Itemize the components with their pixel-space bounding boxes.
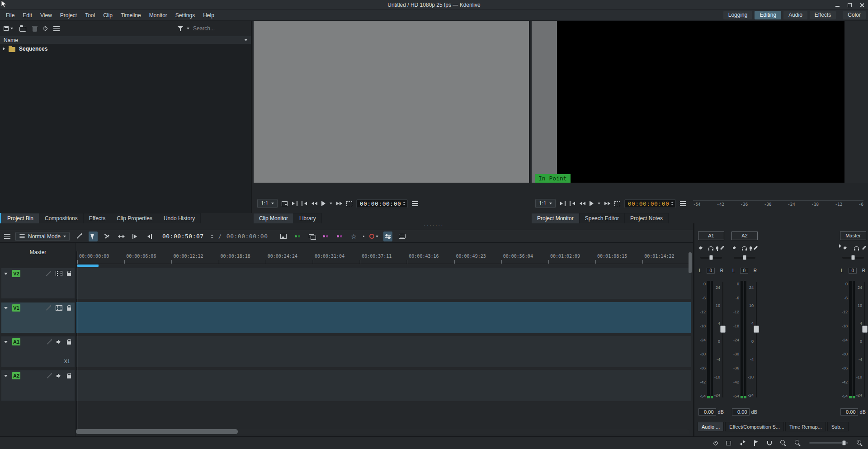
swap-icon[interactable] [740, 440, 745, 445]
expander-icon[interactable] [3, 47, 5, 51]
zone-in-icon[interactable] [560, 201, 566, 206]
tab-project-monitor[interactable]: Project Monitor [532, 213, 580, 223]
fader-handle[interactable] [862, 326, 868, 333]
menu-settings[interactable]: Settings [171, 10, 199, 21]
lock-icon[interactable] [67, 307, 71, 311]
timeline-vertical-scrollbar[interactable] [689, 252, 692, 273]
workspace-tab-effects[interactable]: Effects [810, 11, 836, 19]
effects-icon[interactable] [754, 246, 758, 250]
tag-icon[interactable] [713, 440, 718, 445]
zoom-slider[interactable] [809, 442, 848, 444]
track-name-badge[interactable]: A1 [12, 338, 20, 345]
forward-button[interactable] [336, 202, 342, 205]
extract-zone-button[interactable] [145, 232, 154, 241]
clip-timecode[interactable]: 00:00:00:00 [356, 199, 408, 208]
monitor-menu-icon[interactable] [412, 201, 418, 206]
track-header-v2[interactable]: V2 [1, 268, 75, 299]
chevron-down-icon[interactable] [4, 375, 8, 377]
play-options-icon[interactable] [598, 203, 600, 204]
timecode-spinner[interactable] [671, 202, 674, 205]
menu-project[interactable]: Project [56, 10, 81, 21]
pan-value[interactable]: 0 [740, 268, 748, 274]
zone-in-icon[interactable] [292, 201, 297, 206]
project-zoom-combo[interactable]: 1:1 [535, 199, 556, 208]
selection-tool-button[interactable] [89, 232, 98, 241]
gain-value[interactable]: 0.00 [840, 408, 858, 416]
channel-name[interactable]: A1 [698, 232, 724, 240]
zoom-out-icon[interactable] [795, 440, 801, 446]
rewind-button[interactable] [311, 202, 317, 205]
menu-tool[interactable]: Tool [81, 10, 99, 21]
video-thumbnails-icon[interactable] [56, 271, 62, 276]
tab-clip-properties[interactable]: Clip Properties [111, 213, 158, 223]
channel-name[interactable]: Master [840, 232, 866, 240]
volume-fader[interactable] [755, 279, 757, 400]
scrollbar-thumb[interactable] [76, 429, 238, 434]
razor-tool-button[interactable] [103, 232, 112, 241]
mix-clips-button[interactable] [293, 232, 302, 241]
effects-icon[interactable] [862, 246, 866, 250]
tab-compositions[interactable]: Compositions [39, 213, 84, 223]
position-spinner[interactable] [211, 235, 213, 238]
mute-icon[interactable] [733, 246, 737, 250]
monitor-menu-icon[interactable] [680, 201, 686, 206]
edit-mode-combo[interactable]: Normal Mode [15, 232, 70, 241]
mixer-toggle-button[interactable] [383, 232, 392, 241]
track-header-a1[interactable]: A1 X1 [1, 336, 75, 367]
splitter-handle[interactable] [420, 223, 448, 229]
add-clip-button[interactable] [4, 26, 13, 31]
zone-crop-icon[interactable] [614, 201, 620, 206]
project-timecode[interactable]: 00:00:00:00 [624, 199, 676, 208]
record-audio-button[interactable] [369, 232, 378, 241]
tag-icon[interactable] [42, 26, 47, 31]
monitor-overlay-icon[interactable] [282, 201, 288, 206]
workspace-tab-color[interactable]: Color [843, 11, 866, 19]
timeline-menu-icon[interactable] [4, 234, 10, 239]
timeline-horizontal-scrollbar[interactable] [76, 429, 689, 434]
pan-handle[interactable] [743, 255, 746, 260]
menu-help[interactable]: Help [199, 10, 218, 21]
composition-button[interactable] [307, 232, 316, 241]
track-effects-icon[interactable] [45, 305, 51, 311]
track-name-badge[interactable]: A2 [12, 372, 20, 379]
video-thumbnails-icon[interactable] [56, 305, 62, 311]
view-options-icon[interactable] [53, 26, 60, 31]
tab-clip-monitor[interactable]: Clip Monitor [254, 213, 294, 223]
audio-speaker-icon[interactable] [57, 373, 62, 378]
menu-clip[interactable]: Clip [99, 10, 117, 21]
menu-monitor[interactable]: Monitor [145, 10, 171, 21]
insert-zone-button[interactable] [131, 232, 140, 241]
marker-a-button[interactable] [321, 232, 330, 241]
channel-name[interactable]: A2 [731, 232, 758, 240]
fader-handle[interactable] [720, 326, 726, 333]
zoom-in-icon[interactable] [857, 440, 863, 446]
menu-edit[interactable]: Edit [19, 10, 36, 21]
tab-library[interactable]: Library [294, 213, 322, 223]
maximize-icon[interactable] [847, 3, 852, 8]
lock-icon[interactable] [67, 375, 71, 378]
flag-icon[interactable] [754, 440, 759, 446]
favorite-effects-button[interactable] [349, 232, 358, 241]
clip-monitor-video-area[interactable] [254, 21, 530, 183]
bin-tree-header[interactable]: Name [0, 36, 251, 44]
delete-icon[interactable] [33, 27, 37, 32]
tab-project-notes[interactable]: Project Notes [625, 213, 669, 223]
timeline-position[interactable]: 00:00:50:07 [162, 233, 204, 240]
audio-speaker-icon[interactable] [57, 339, 62, 345]
gain-value[interactable]: 0.00 [698, 408, 716, 416]
solo-icon[interactable] [854, 246, 859, 250]
rewind-button[interactable] [580, 202, 585, 205]
spacer-tool-button[interactable] [117, 232, 126, 241]
timeline-zone-bar[interactable] [77, 265, 99, 267]
mute-icon[interactable] [699, 246, 704, 250]
pan-slider[interactable] [842, 257, 864, 259]
solo-icon[interactable] [742, 246, 747, 250]
preview-button[interactable] [279, 232, 288, 241]
play-button[interactable] [321, 201, 326, 206]
zoom-fit-icon[interactable] [780, 440, 786, 446]
chevron-down-icon[interactable] [187, 28, 189, 29]
volume-fader[interactable] [722, 279, 724, 400]
pan-slider[interactable] [734, 257, 755, 259]
record-monitor-icon[interactable] [716, 246, 718, 250]
pan-slider[interactable] [700, 257, 722, 259]
